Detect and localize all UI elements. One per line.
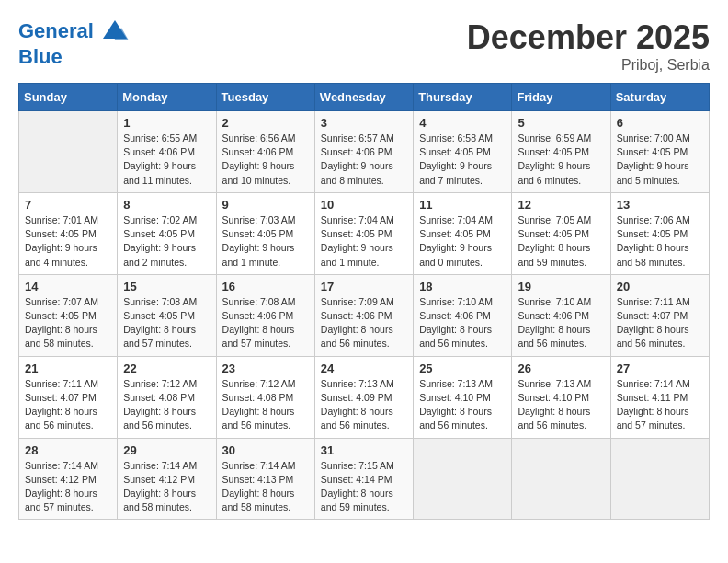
day-info: Sunrise: 7:01 AM Sunset: 4:05 PM Dayligh… — [25, 213, 111, 270]
day-info: Sunrise: 7:12 AM Sunset: 4:08 PM Dayligh… — [222, 377, 309, 433]
day-info: Sunrise: 6:58 AM Sunset: 4:05 PM Dayligh… — [419, 132, 506, 188]
calendar-cell: 11Sunrise: 7:04 AM Sunset: 4:05 PM Dayli… — [414, 192, 512, 274]
calendar-cell: 9Sunrise: 7:03 AM Sunset: 4:05 PM Daylig… — [216, 192, 314, 274]
weekday-header-friday: Friday — [512, 84, 610, 111]
day-number: 6 — [617, 116, 703, 130]
day-number: 12 — [518, 198, 604, 212]
logo: General Blue — [18, 18, 129, 68]
day-info: Sunrise: 7:09 AM Sunset: 4:06 PM Dayligh… — [321, 295, 407, 351]
day-info: Sunrise: 7:10 AM Sunset: 4:06 PM Dayligh… — [419, 295, 506, 351]
day-info: Sunrise: 6:56 AM Sunset: 4:06 PM Dayligh… — [222, 132, 309, 188]
day-number: 14 — [25, 280, 111, 293]
day-info: Sunrise: 7:02 AM Sunset: 4:05 PM Dayligh… — [123, 213, 210, 270]
day-number: 8 — [123, 198, 210, 212]
calendar-cell: 22Sunrise: 7:12 AM Sunset: 4:08 PM Dayli… — [118, 356, 216, 438]
day-number: 24 — [321, 362, 407, 375]
day-info: Sunrise: 7:10 AM Sunset: 4:06 PM Dayligh… — [518, 295, 604, 351]
calendar-cell: 1Sunrise: 6:55 AM Sunset: 4:06 PM Daylig… — [118, 111, 216, 193]
day-info: Sunrise: 7:05 AM Sunset: 4:05 PM Dayligh… — [518, 213, 604, 270]
title-section: December 2025 Priboj, Serbia — [467, 18, 710, 74]
day-info: Sunrise: 7:08 AM Sunset: 4:06 PM Dayligh… — [222, 295, 309, 351]
day-number: 9 — [222, 198, 309, 212]
day-info: Sunrise: 7:00 AM Sunset: 4:05 PM Dayligh… — [617, 132, 703, 188]
logo-icon — [101, 18, 129, 46]
week-row-3: 14Sunrise: 7:07 AM Sunset: 4:05 PM Dayli… — [19, 274, 710, 356]
day-number: 7 — [25, 198, 111, 212]
week-row-5: 28Sunrise: 7:14 AM Sunset: 4:12 PM Dayli… — [19, 438, 710, 520]
calendar-cell: 19Sunrise: 7:10 AM Sunset: 4:06 PM Dayli… — [512, 274, 610, 356]
day-info: Sunrise: 7:11 AM Sunset: 4:07 PM Dayligh… — [617, 295, 703, 351]
calendar-cell: 10Sunrise: 7:04 AM Sunset: 4:05 PM Dayli… — [314, 192, 413, 274]
day-number: 10 — [321, 198, 407, 212]
day-number: 22 — [123, 362, 210, 375]
day-info: Sunrise: 6:55 AM Sunset: 4:06 PM Dayligh… — [123, 132, 210, 188]
weekday-header-wednesday: Wednesday — [314, 84, 413, 111]
calendar-cell: 30Sunrise: 7:14 AM Sunset: 4:13 PM Dayli… — [216, 438, 314, 520]
location: Priboj, Serbia — [467, 57, 710, 74]
weekday-header-row: SundayMondayTuesdayWednesdayThursdayFrid… — [19, 84, 710, 111]
weekday-header-monday: Monday — [118, 84, 216, 111]
day-number: 20 — [617, 280, 703, 293]
logo-text: General — [18, 18, 129, 46]
day-info: Sunrise: 7:15 AM Sunset: 4:14 PM Dayligh… — [321, 459, 407, 515]
day-info: Sunrise: 6:59 AM Sunset: 4:05 PM Dayligh… — [518, 132, 604, 188]
day-info: Sunrise: 7:11 AM Sunset: 4:07 PM Dayligh… — [25, 377, 111, 433]
calendar-cell: 2Sunrise: 6:56 AM Sunset: 4:06 PM Daylig… — [216, 111, 314, 193]
day-number: 2 — [222, 116, 309, 130]
calendar-cell: 17Sunrise: 7:09 AM Sunset: 4:06 PM Dayli… — [314, 274, 413, 356]
day-info: Sunrise: 7:08 AM Sunset: 4:05 PM Dayligh… — [123, 295, 210, 351]
day-number: 21 — [25, 362, 111, 375]
calendar-cell: 3Sunrise: 6:57 AM Sunset: 4:06 PM Daylig… — [314, 111, 413, 193]
week-row-1: 1Sunrise: 6:55 AM Sunset: 4:06 PM Daylig… — [19, 111, 710, 193]
day-info: Sunrise: 7:14 AM Sunset: 4:13 PM Dayligh… — [222, 459, 309, 515]
calendar-cell: 7Sunrise: 7:01 AM Sunset: 4:05 PM Daylig… — [19, 192, 118, 274]
day-number: 15 — [123, 280, 210, 293]
calendar-cell: 27Sunrise: 7:14 AM Sunset: 4:11 PM Dayli… — [610, 356, 709, 438]
calendar-cell: 20Sunrise: 7:11 AM Sunset: 4:07 PM Dayli… — [610, 274, 709, 356]
day-number: 11 — [419, 198, 506, 212]
day-number: 17 — [321, 280, 407, 293]
day-number: 29 — [123, 443, 210, 457]
calendar-cell: 13Sunrise: 7:06 AM Sunset: 4:05 PM Dayli… — [610, 192, 709, 274]
day-number: 4 — [419, 116, 506, 130]
calendar-cell: 14Sunrise: 7:07 AM Sunset: 4:05 PM Dayli… — [19, 274, 118, 356]
day-number: 31 — [321, 443, 407, 457]
day-number: 23 — [222, 362, 309, 375]
day-info: Sunrise: 7:04 AM Sunset: 4:05 PM Dayligh… — [419, 213, 506, 270]
day-info: Sunrise: 7:07 AM Sunset: 4:05 PM Dayligh… — [25, 295, 111, 351]
calendar-cell: 8Sunrise: 7:02 AM Sunset: 4:05 PM Daylig… — [118, 192, 216, 274]
day-number: 26 — [518, 362, 604, 375]
calendar-cell: 15Sunrise: 7:08 AM Sunset: 4:05 PM Dayli… — [118, 274, 216, 356]
day-number: 18 — [419, 280, 506, 293]
week-row-4: 21Sunrise: 7:11 AM Sunset: 4:07 PM Dayli… — [19, 356, 710, 438]
weekday-header-thursday: Thursday — [414, 84, 512, 111]
week-row-2: 7Sunrise: 7:01 AM Sunset: 4:05 PM Daylig… — [19, 192, 710, 274]
day-info: Sunrise: 6:57 AM Sunset: 4:06 PM Dayligh… — [321, 132, 407, 188]
day-number: 25 — [419, 362, 506, 375]
calendar-cell: 29Sunrise: 7:14 AM Sunset: 4:12 PM Dayli… — [118, 438, 216, 520]
calendar-cell: 18Sunrise: 7:10 AM Sunset: 4:06 PM Dayli… — [414, 274, 512, 356]
calendar-cell: 21Sunrise: 7:11 AM Sunset: 4:07 PM Dayli… — [19, 356, 118, 438]
day-info: Sunrise: 7:12 AM Sunset: 4:08 PM Dayligh… — [123, 377, 210, 433]
calendar-cell: 25Sunrise: 7:13 AM Sunset: 4:10 PM Dayli… — [414, 356, 512, 438]
day-info: Sunrise: 7:06 AM Sunset: 4:05 PM Dayligh… — [617, 213, 703, 270]
calendar-cell: 4Sunrise: 6:58 AM Sunset: 4:05 PM Daylig… — [414, 111, 512, 193]
day-number: 1 — [123, 116, 210, 130]
day-number: 28 — [25, 443, 111, 457]
calendar-cell: 6Sunrise: 7:00 AM Sunset: 4:05 PM Daylig… — [610, 111, 709, 193]
weekday-header-sunday: Sunday — [19, 84, 118, 111]
day-info: Sunrise: 7:13 AM Sunset: 4:09 PM Dayligh… — [321, 377, 407, 433]
day-number: 5 — [518, 116, 604, 130]
calendar-cell: 12Sunrise: 7:05 AM Sunset: 4:05 PM Dayli… — [512, 192, 610, 274]
calendar-cell: 23Sunrise: 7:12 AM Sunset: 4:08 PM Dayli… — [216, 356, 314, 438]
page-header: General Blue December 2025 Priboj, Serbi… — [18, 18, 710, 74]
calendar-cell: 28Sunrise: 7:14 AM Sunset: 4:12 PM Dayli… — [19, 438, 118, 520]
day-number: 16 — [222, 280, 309, 293]
logo-blue: Blue — [18, 46, 129, 68]
day-info: Sunrise: 7:13 AM Sunset: 4:10 PM Dayligh… — [419, 377, 506, 433]
day-info: Sunrise: 7:14 AM Sunset: 4:12 PM Dayligh… — [123, 459, 210, 515]
calendar-table: SundayMondayTuesdayWednesdayThursdayFrid… — [18, 83, 710, 520]
weekday-header-saturday: Saturday — [610, 84, 709, 111]
day-info: Sunrise: 7:14 AM Sunset: 4:11 PM Dayligh… — [617, 377, 703, 433]
day-info: Sunrise: 7:03 AM Sunset: 4:05 PM Dayligh… — [222, 213, 309, 270]
